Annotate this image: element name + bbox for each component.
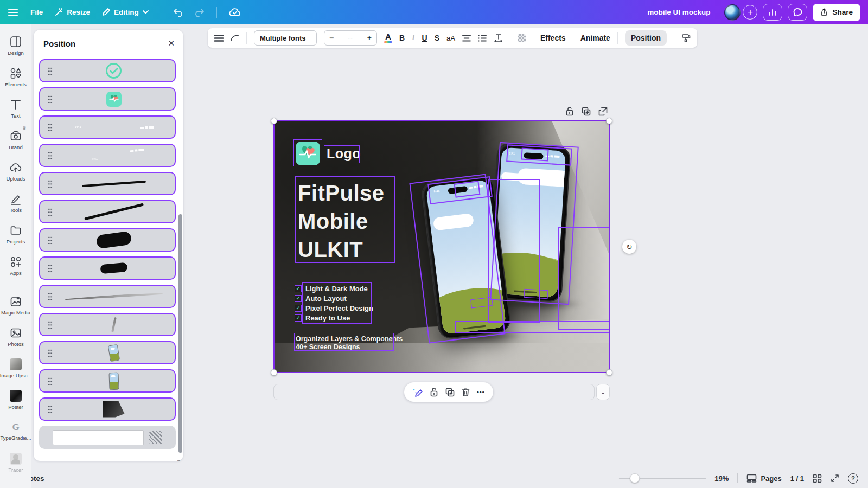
sidebar-item-typegradient[interactable]: G TypeGradie...	[0, 418, 31, 445]
grid-view-button[interactable]	[813, 474, 822, 483]
sidebar-item-tracer[interactable]: Tracer	[0, 449, 31, 477]
layer-item-app-icon[interactable]	[39, 87, 176, 111]
underline-button[interactable]: U	[422, 34, 427, 42]
main-menu-button[interactable]	[8, 8, 18, 17]
drag-handle-icon[interactable]	[48, 377, 53, 386]
comments-button[interactable]	[788, 4, 807, 21]
export-page-button[interactable]	[598, 106, 608, 116]
drag-handle-icon[interactable]	[48, 67, 53, 75]
share-button[interactable]: Share	[813, 4, 860, 21]
file-menu-button[interactable]: File	[30, 8, 43, 16]
copy-style-button[interactable]	[681, 34, 691, 43]
alignment-button[interactable]	[462, 35, 471, 42]
fitpulse-logo-icon[interactable]	[296, 142, 320, 165]
duplicate-element-button[interactable]	[445, 388, 455, 397]
drag-handle-icon[interactable]	[48, 405, 53, 414]
lock-element-button[interactable]	[430, 387, 438, 397]
zoom-slider[interactable]	[619, 473, 706, 483]
layer-item-notch-large[interactable]	[39, 228, 176, 252]
zoom-level[interactable]: 19%	[714, 474, 729, 483]
sidebar-item-uploads[interactable]: Uploads	[0, 158, 31, 185]
drag-handle-icon[interactable]	[48, 95, 53, 104]
sidebar-item-image-upscaler[interactable]: Image Upsc...	[0, 355, 31, 382]
sidebar-item-text[interactable]: Text	[0, 95, 31, 123]
layer-item-notch-small[interactable]	[39, 256, 176, 280]
close-panel-button[interactable]: ✕	[168, 38, 175, 48]
animate-button[interactable]: Animate	[580, 34, 610, 42]
footer-text[interactable]: Organized Layers & Components 40+ Screen…	[296, 335, 403, 351]
spacing-button[interactable]	[494, 34, 503, 42]
zoom-slider-knob[interactable]	[630, 473, 640, 483]
sidebar-item-design[interactable]: Design	[0, 32, 31, 60]
sidebar-item-projects[interactable]: Projects	[0, 221, 31, 248]
logo-text[interactable]: Logo	[327, 146, 361, 162]
collapse-page-bar-button[interactable]: ⌄	[596, 384, 610, 400]
bold-button[interactable]: B	[399, 34, 405, 42]
features-list[interactable]: ✓ Light & Dark Mode ✓ Auto Layout ✓ Pixe…	[295, 284, 373, 323]
drag-handle-icon[interactable]	[48, 123, 53, 132]
strikethrough-button[interactable]: S	[435, 34, 439, 42]
add-member-button[interactable]: +	[743, 5, 757, 20]
drag-handle-icon[interactable]	[48, 320, 53, 329]
logo-group[interactable]: Logo	[296, 142, 361, 165]
transparency-button[interactable]	[518, 34, 526, 42]
resize-button[interactable]: Resize	[55, 8, 90, 16]
avatar[interactable]	[724, 4, 741, 21]
layer-item-phone-screen-2[interactable]	[39, 369, 176, 393]
drag-handle-icon[interactable]	[48, 179, 53, 188]
italic-button[interactable]: I	[412, 34, 414, 42]
document-title[interactable]: mobile UI mockup	[647, 8, 710, 16]
text-case-button[interactable]: aA	[446, 34, 455, 42]
layer-item-check-circle[interactable]	[39, 59, 176, 82]
list-button[interactable]	[478, 35, 487, 42]
drag-handle-icon[interactable]	[48, 151, 53, 160]
drag-handle-icon[interactable]	[48, 208, 53, 216]
text-color-button[interactable]: A	[384, 33, 392, 43]
magic-edit-button[interactable]	[412, 387, 423, 397]
effects-button[interactable]: Effects	[540, 34, 566, 42]
layer-item-statusbar-1[interactable]: 9:41	[39, 115, 176, 139]
drag-handle-icon[interactable]	[48, 349, 53, 357]
layer-item-shadow[interactable]	[39, 285, 176, 308]
layer-item-line-2[interactable]	[39, 200, 176, 223]
pages-button[interactable]: Pages	[746, 474, 781, 483]
resize-handle-bottom-left[interactable]	[271, 369, 277, 376]
redo-button[interactable]	[195, 8, 205, 17]
drag-handle-icon[interactable]	[48, 236, 53, 245]
sidebar-item-elements[interactable]: Elements	[0, 63, 31, 91]
layer-item-statusbar-2[interactable]: 9:41	[39, 144, 176, 167]
design-page[interactable]: 9:41 9:41 Logo FitPulse Mobile ULKIT ✓	[273, 120, 610, 373]
sidebar-item-poster[interactable]: Poster	[0, 386, 31, 414]
undo-button[interactable]	[173, 8, 183, 17]
layer-item-background[interactable]	[39, 426, 176, 449]
sidebar-item-apps[interactable]: Apps	[0, 252, 31, 280]
lock-page-button[interactable]	[565, 106, 574, 116]
duplicate-page-button[interactable]	[582, 106, 591, 116]
resize-handle-bottom-right[interactable]	[606, 369, 612, 376]
cloud-save-status-button[interactable]	[229, 8, 241, 17]
editing-mode-button[interactable]: Editing	[102, 8, 149, 16]
curve-text-button[interactable]	[231, 35, 239, 41]
drag-handle-icon[interactable]	[48, 264, 53, 273]
panel-scrollbar[interactable]	[178, 214, 182, 453]
font-size-decrease-button[interactable]: −	[329, 34, 334, 42]
position-button[interactable]: Position	[625, 30, 667, 46]
rotate-handle[interactable]: ↻	[622, 240, 636, 254]
resize-handle-top-right[interactable]	[606, 118, 612, 124]
sidebar-item-brand[interactable]: ♛ Brand	[0, 126, 31, 154]
scroll-down-icon[interactable]: ▼	[176, 459, 181, 461]
font-menu-button[interactable]	[214, 35, 224, 42]
headline-text[interactable]: FitPulse Mobile ULKIT	[298, 179, 385, 264]
help-button[interactable]: ?	[848, 473, 858, 484]
layer-item-line-1[interactable]	[39, 172, 176, 195]
drag-handle-icon[interactable]	[48, 292, 53, 301]
layer-item-phone-screen-1[interactable]	[39, 341, 176, 364]
more-options-button[interactable]: •••	[477, 389, 485, 395]
sidebar-item-magic-media[interactable]: Magic Media	[0, 292, 31, 319]
insights-button[interactable]	[763, 4, 782, 21]
font-family-select[interactable]: Multiple fonts	[254, 30, 317, 46]
sidebar-item-photos[interactable]: Photos	[0, 323, 31, 351]
layer-item-sliver[interactable]	[39, 313, 176, 336]
resize-handle-top-left[interactable]	[271, 118, 277, 124]
sidebar-item-tools[interactable]: Tools	[0, 189, 31, 217]
